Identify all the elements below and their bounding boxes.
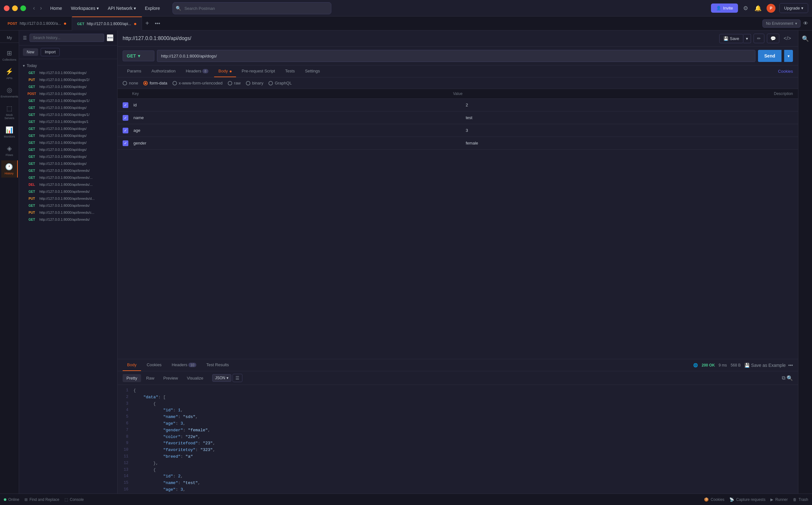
form-value-name[interactable] [465, 114, 793, 121]
tab-authorization[interactable]: Authorization [147, 65, 180, 77]
new-button[interactable]: New [23, 48, 38, 56]
list-item[interactable]: GET http://127.0.0.1:8000/api/breeds/ [19, 188, 117, 195]
close-button[interactable] [4, 5, 10, 11]
save-button[interactable]: 💾 Save [719, 34, 744, 43]
tab-overflow-button[interactable]: ••• [152, 21, 163, 26]
send-button[interactable]: Send [758, 50, 782, 62]
back-button[interactable]: ‹ [31, 3, 37, 13]
console-button[interactable]: ⬚ Console [64, 497, 84, 502]
filter-icon[interactable]: ☰ [23, 35, 27, 40]
sidebar-item-apis[interactable]: ⚡ APIs [1, 65, 18, 82]
json-format-select[interactable]: JSON ▾ [212, 374, 231, 382]
save-example-button[interactable]: 💾 Save as Example [744, 363, 786, 368]
list-item[interactable]: GET http://127.0.0.1:8000/api/breeds/ [19, 167, 117, 174]
form-value-id[interactable] [465, 101, 793, 109]
trash-button[interactable]: 🗑 Trash [793, 497, 808, 502]
right-sidebar-icon-1[interactable]: 🔍 [800, 33, 811, 44]
list-item[interactable]: GET http://127.0.0.1:8000/api/dogs/ [19, 83, 117, 90]
form-value-age[interactable] [465, 127, 793, 134]
checkbox-name[interactable]: ✓ [123, 115, 128, 121]
settings-button[interactable]: ⚙ [742, 3, 750, 13]
url-input[interactable]: http://127.0.0.1:8000/api/dogs/ [157, 50, 756, 62]
sidebar-item-collections[interactable]: ⊞ Collections [1, 47, 18, 64]
list-item[interactable]: DEL http://127.0.0.1:8000/api/breeds/... [19, 181, 117, 188]
tab-close-get[interactable]: ● [134, 21, 137, 27]
body-type-form-data[interactable]: form-data [143, 81, 167, 86]
tab-params[interactable]: Params [123, 65, 146, 77]
checkbox-age[interactable]: ✓ [123, 128, 128, 133]
avatar[interactable]: P [767, 4, 776, 13]
checkbox-gender[interactable]: ✓ [123, 140, 128, 146]
explore-nav[interactable]: Explore [141, 4, 164, 13]
tab-get[interactable]: GET http://127.0.0.1:8000/api... ● [72, 16, 142, 30]
body-type-urlencoded[interactable]: x-www-form-urlencoded [172, 81, 223, 86]
runner-button[interactable]: ▶ Runner [770, 497, 788, 502]
list-item[interactable]: GET http://127.0.0.1:8000/api/dogs/ [19, 125, 117, 132]
panel-more-button[interactable]: ••• [107, 34, 114, 41]
list-item[interactable]: GET http://127.0.0.1:8000/api/dogs/ [19, 132, 117, 139]
copy-button[interactable]: ⧉ [782, 375, 785, 381]
workspaces-nav[interactable]: Workspaces ▾ [67, 4, 103, 13]
list-item[interactable]: GET http://127.0.0.1:8000/api/breeds/ [19, 202, 117, 209]
save-dropdown-button[interactable]: ▾ [744, 34, 751, 43]
sidebar-item-mock-servers[interactable]: ⬚ Mock Servers [1, 102, 18, 122]
form-value-gender[interactable] [465, 139, 793, 147]
cookies-button[interactable]: 🍪 Cookies [704, 497, 724, 502]
form-key-gender[interactable] [132, 139, 461, 147]
form-key-age[interactable] [132, 127, 461, 134]
response-tab-headers[interactable]: Headers 10 [167, 359, 201, 371]
list-item[interactable]: GET http://127.0.0.1:8000/api/dogs/ [19, 160, 117, 167]
list-item[interactable]: GET http://127.0.0.1:8000/api/dogs/ [19, 69, 117, 76]
list-item[interactable]: GET http://127.0.0.1:8000/api/dogs/1 [19, 118, 117, 125]
environment-select[interactable]: No Environment ▾ [763, 19, 801, 28]
list-item[interactable]: PUT http://127.0.0.1:8000/api/breeds/c..… [19, 209, 117, 216]
tab-post[interactable]: POST http://127.0.0.1:8000/a... ● [3, 16, 72, 30]
cookies-link[interactable]: Cookies [778, 69, 793, 74]
response-tab-body[interactable]: Body [123, 359, 141, 371]
sidebar-item-history[interactable]: 🕐 History [1, 160, 18, 178]
notification-button[interactable]: 🔔 [753, 3, 763, 13]
tab-tests[interactable]: Tests [281, 65, 299, 77]
eye-icon[interactable]: 👁 [803, 21, 808, 26]
sidebar-item-monitors[interactable]: 📊 Monitors [1, 124, 18, 141]
comment-button[interactable]: 💬 [767, 34, 779, 43]
tab-body[interactable]: Body [214, 65, 236, 77]
response-tab-cookies[interactable]: Cookies [142, 359, 166, 371]
list-item[interactable]: GET http://127.0.0.1:8000/api/dogs/ [19, 139, 117, 146]
code-button[interactable]: </> [782, 34, 793, 43]
capture-requests-button[interactable]: 📡 Capture requests [729, 497, 765, 502]
minimize-button[interactable] [12, 5, 18, 11]
response-tab-test-results[interactable]: Test Results [202, 359, 233, 371]
body-type-graphql[interactable]: GraphQL [269, 81, 292, 86]
list-item[interactable]: GET http://127.0.0.1:8000/api/dogs/1/ [19, 97, 117, 104]
list-item[interactable]: GET http://127.0.0.1:8000/api/dogs/ [19, 153, 117, 160]
sidebar-item-environments[interactable]: ◎ Environments [1, 83, 18, 101]
home-nav[interactable]: Home [46, 4, 66, 13]
new-tab-button[interactable]: + [142, 20, 152, 27]
search-bar[interactable]: Search Postman [172, 2, 331, 14]
checkbox-id[interactable]: ✓ [123, 102, 128, 108]
body-type-raw[interactable]: raw [228, 81, 241, 86]
format-tab-preview[interactable]: Preview [159, 374, 182, 382]
list-item[interactable]: POST http://127.0.0.1:8000/api/dogs/ [19, 90, 117, 97]
filter-button[interactable]: ☰ [232, 374, 242, 382]
format-tab-pretty[interactable]: Pretty [123, 374, 141, 382]
list-item[interactable]: GET http://127.0.0.1:8000/api/dogs/1/ [19, 111, 117, 118]
api-network-nav[interactable]: API Network ▾ [104, 4, 140, 13]
list-item[interactable]: GET http://127.0.0.1:8000/api/breeds/... [19, 174, 117, 181]
tab-pre-request-script[interactable]: Pre-request Script [237, 65, 280, 77]
forward-button[interactable]: › [38, 3, 44, 13]
method-select[interactable]: GET ▾ [123, 50, 154, 61]
list-item[interactable]: GET http://127.0.0.1:8000/api/dogs/ [19, 146, 117, 153]
format-tab-raw[interactable]: Raw [142, 374, 158, 382]
tab-settings[interactable]: Settings [301, 65, 324, 77]
upgrade-button[interactable]: Upgrade ▾ [779, 3, 808, 13]
maximize-button[interactable] [20, 5, 26, 11]
invite-button[interactable]: 👤 Invite [711, 3, 738, 13]
form-key-id[interactable] [132, 101, 461, 109]
list-item[interactable]: GET http://127.0.0.1:8000/api/dogs/ [19, 104, 117, 111]
edit-button[interactable]: ✏ [754, 34, 764, 43]
import-button[interactable]: Import [41, 48, 60, 56]
list-item[interactable]: PUT http://127.0.0.1:8000/api/dogs/2/ [19, 76, 117, 83]
search-button[interactable]: 🔍 [787, 375, 793, 381]
